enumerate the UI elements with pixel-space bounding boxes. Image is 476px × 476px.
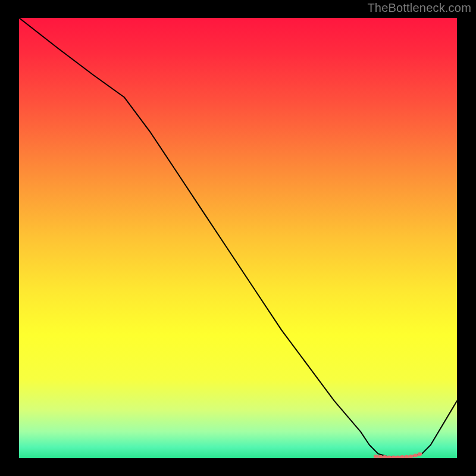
chart-svg	[19, 18, 457, 458]
marker-dot	[409, 455, 414, 458]
marker-dot	[374, 455, 378, 458]
gradient-background	[19, 18, 457, 458]
marker-dot	[413, 454, 418, 458]
marker-dot	[417, 452, 422, 456]
chart-frame: TheBottleneck.com	[0, 0, 476, 476]
plot-area	[19, 18, 457, 458]
watermark-text: TheBottleneck.com	[367, 1, 471, 15]
